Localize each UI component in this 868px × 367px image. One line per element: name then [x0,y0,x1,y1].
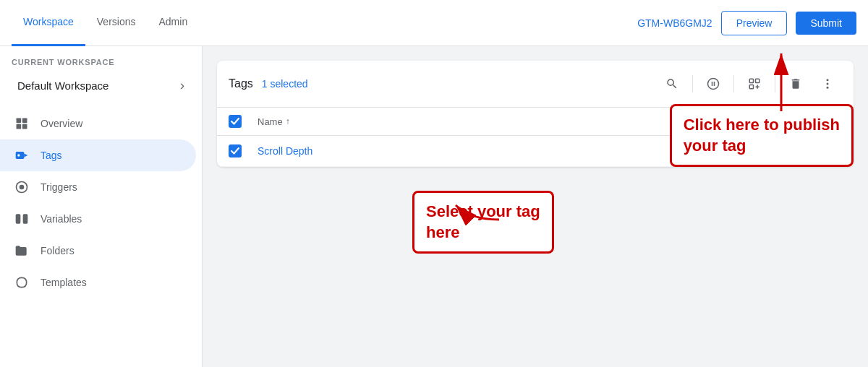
preview-button[interactable]: Preview [721,11,788,35]
svg-point-19 [827,87,829,89]
nav-tab-versions[interactable]: Versions [85,0,148,46]
svg-rect-2 [17,124,22,129]
sidebar-item-folders[interactable]: Folders [0,235,196,267]
folder-icon [14,243,29,258]
top-nav: Workspace Versions Admin GTM-WB6GMJ2 Pre… [0,0,868,46]
svg-rect-16 [749,85,753,89]
more-options-button[interactable] [813,69,842,98]
template-icon [14,275,29,290]
workspace-id: GTM-WB6GMJ2 [637,17,712,29]
sidebar-item-triggers[interactable]: Triggers [0,171,196,203]
table-header: Tags 1 selected [217,61,854,108]
sidebar-item-folders-label: Folders [41,245,75,256]
sidebar-item-tags[interactable]: Tags [0,139,196,171]
sidebar-item-templates[interactable]: Templates [0,267,196,298]
svg-point-6 [17,154,20,156]
export-button[interactable] [740,69,769,98]
svg-point-8 [20,185,25,190]
svg-rect-10 [23,214,28,223]
workspace-selector[interactable]: Default Workspace › [6,72,196,99]
table-actions [658,69,842,98]
trigger-icon [14,180,29,194]
sidebar: CURRENT WORKSPACE Default Workspace › Ov… [0,46,203,367]
row-checkbox-checked[interactable] [229,144,242,157]
name-column-label: Name [258,116,283,127]
tag-icon [14,148,29,163]
sidebar-nav: Overview Tags [0,108,202,367]
svg-rect-3 [22,124,27,129]
pause-button[interactable] [699,69,728,98]
main-layout: CURRENT WORKSPACE Default Workspace › Ov… [0,46,868,367]
svg-point-18 [827,83,829,85]
svg-point-11 [708,79,719,90]
divider-2 [733,75,734,92]
table-title: Tags [229,77,253,90]
svg-rect-12 [712,82,713,86]
variable-icon [14,212,29,226]
svg-rect-9 [16,214,21,223]
svg-rect-1 [22,118,27,124]
search-button[interactable] [658,69,686,98]
selected-count: 1 selected [262,78,308,90]
sidebar-item-tags-label: Tags [41,150,62,161]
workspace-name: Default Workspace [17,79,109,92]
sidebar-item-variables[interactable]: Variables [0,203,196,235]
delete-button[interactable] [781,69,810,98]
sidebar-item-overview[interactable]: Overview [0,108,196,139]
sidebar-item-overview-label: Overview [41,118,82,129]
svg-point-17 [827,79,829,81]
svg-marker-5 [24,154,27,157]
divider-1 [692,75,693,92]
sidebar-item-variables-label: Variables [41,213,82,225]
svg-rect-15 [756,79,760,82]
svg-rect-14 [749,79,753,82]
tag-name[interactable]: Scroll Depth [258,145,683,157]
svg-rect-0 [17,118,22,124]
name-column-header[interactable]: Name ↑ [258,116,683,127]
header-checkbox-col [229,115,258,128]
select-all-checkbox[interactable] [229,115,242,128]
grid-icon [14,116,29,131]
sort-ascending-icon: ↑ [286,116,290,126]
chevron-right-icon: › [180,78,184,93]
publish-tag-annotation: Click here to publishyour tag [670,104,854,167]
sidebar-item-triggers-label: Triggers [41,181,77,193]
select-tag-annotation: Select your taghere [412,191,554,254]
nav-right: GTM-WB6GMJ2 Preview Submit [637,11,856,35]
divider-3 [775,75,775,92]
nav-tab-workspace[interactable]: Workspace [12,0,85,46]
sidebar-item-templates-label: Templates [41,277,87,288]
svg-rect-13 [714,82,715,86]
submit-button[interactable]: Submit [796,12,856,35]
row-checkbox[interactable] [229,144,258,157]
current-workspace-label: CURRENT WORKSPACE [0,46,202,69]
main-content: Tags 1 selected [203,46,868,367]
nav-tab-admin[interactable]: Admin [147,0,199,46]
